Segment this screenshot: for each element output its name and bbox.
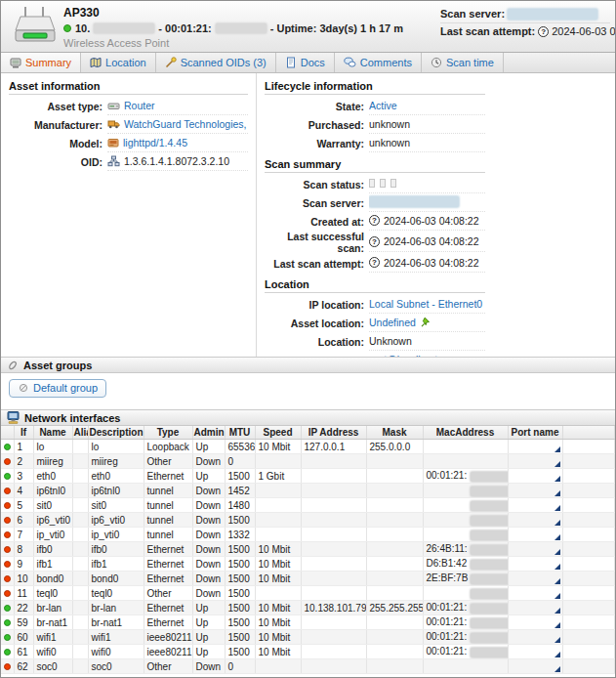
device-mac-prefix: - 00:01:21:	[158, 22, 211, 34]
column-header-admin[interactable]: Admin	[192, 426, 225, 440]
field-row-purchased: Purchased:unknown	[265, 115, 485, 134]
cell-mac-address: 2E:BF:7B	[423, 572, 508, 586]
field-value-text[interactable]: WatchGuard Technologies, Inc.	[124, 118, 248, 130]
asset-group-button-default-group[interactable]: Default group	[9, 379, 106, 398]
help-icon[interactable]	[369, 236, 380, 247]
field-value-text[interactable]: root@localhost	[369, 354, 437, 358]
cell-port-name	[508, 557, 562, 572]
column-header-speed[interactable]: Speed	[255, 426, 301, 440]
cell-mask	[366, 630, 423, 645]
cell-description: teql0	[88, 586, 144, 601]
corner-marker-icon[interactable]	[554, 476, 560, 482]
corner-marker-icon[interactable]	[554, 578, 560, 584]
cell-ip-address	[301, 542, 366, 557]
corner-marker-icon[interactable]	[554, 622, 560, 628]
cell-name: br-nat1	[33, 615, 72, 630]
corner-marker-icon[interactable]	[554, 666, 560, 672]
docs-icon	[285, 57, 297, 68]
cell-trailing	[562, 659, 615, 674]
field-value: Unknown	[369, 332, 485, 351]
cell-if: 4	[14, 484, 33, 498]
column-header-status[interactable]	[1, 426, 14, 440]
corner-marker-icon[interactable]	[554, 534, 560, 540]
tab-location[interactable]: Location	[81, 53, 156, 72]
tab-scan-time[interactable]: Scan time	[422, 53, 504, 72]
corner-marker-icon[interactable]	[554, 446, 560, 452]
cell-admin: Up	[192, 440, 225, 454]
cell-mask	[366, 572, 423, 586]
column-header-macaddress[interactable]: MacAddress	[423, 426, 508, 440]
status-down-icon	[4, 546, 11, 553]
corner-marker-icon[interactable]	[554, 593, 560, 599]
corner-marker-icon[interactable]	[554, 652, 560, 657]
corner-marker-icon[interactable]	[554, 608, 560, 614]
corner-marker-icon[interactable]	[554, 490, 560, 496]
cell-description: sit0	[88, 498, 144, 513]
network-interfaces-header: Network interfaces	[1, 409, 615, 426]
cell-name: ifb1	[33, 557, 72, 572]
corner-marker-icon[interactable]	[554, 520, 560, 526]
cell-ip-address: 127.0.0.1	[301, 440, 366, 454]
pin-icon[interactable]	[420, 317, 431, 328]
tab-summary[interactable]: Summary	[1, 53, 81, 72]
cell-status	[1, 440, 14, 454]
cell-if: 61	[14, 645, 33, 659]
field-value-text[interactable]: Local Subnet - Ethernet0	[369, 298, 482, 310]
asset-information-panel: Asset information Asset type:RouterManuf…	[1, 73, 257, 357]
cell-if: 11	[14, 586, 33, 601]
network-interfaces-title: Network interfaces	[24, 412, 120, 424]
field-value-text[interactable]: Active	[369, 100, 397, 111]
cell-trailing	[562, 528, 615, 542]
interface-row-miireg: 2miiregmiiregOtherDown0	[1, 454, 615, 469]
field-value-text[interactable]: Undefined	[369, 317, 416, 328]
column-header-type[interactable]: Type	[144, 426, 192, 440]
cell-speed: 10 Mbit	[255, 542, 301, 557]
cell-name: bond0	[33, 572, 72, 586]
column-header-description[interactable]: Description	[88, 426, 144, 440]
cell-speed: 10 Mbit	[255, 557, 301, 572]
column-header-mtu[interactable]: MTU	[225, 426, 255, 440]
last-scan-label: Last scan attempt:	[440, 25, 535, 37]
column-header-name[interactable]: Name	[33, 426, 72, 440]
cell-alias	[72, 542, 88, 557]
cell-ip-address	[301, 645, 366, 659]
column-header-mask[interactable]: Mask	[366, 426, 423, 440]
help-icon[interactable]	[369, 257, 380, 268]
cell-admin: Up	[192, 630, 225, 645]
field-value: 1.3.6.1.4.1.8072.3.2.10	[107, 152, 248, 171]
tab-scanned-oids-3[interactable]: Scanned OIDs (3)	[156, 53, 276, 72]
field-value-text[interactable]: lighttpd/1.4.45	[123, 137, 187, 148]
tab-docs[interactable]: Docs	[276, 53, 335, 72]
corner-marker-icon[interactable]	[554, 637, 560, 643]
cell-trailing	[562, 440, 615, 454]
help-icon[interactable]	[369, 215, 380, 226]
corner-marker-icon[interactable]	[554, 549, 560, 555]
corner-marker-icon[interactable]	[554, 564, 560, 570]
cell-name: soc0	[33, 659, 72, 674]
corner-marker-icon[interactable]	[554, 505, 560, 511]
column-header-ip-address[interactable]: IP Address	[301, 426, 366, 440]
corner-marker-icon[interactable]	[554, 461, 560, 467]
status-up-icon	[4, 605, 11, 612]
status-down-icon	[4, 502, 11, 509]
column-header-port-name[interactable]: Port name	[508, 426, 562, 440]
interface-row-ifb0: 8ifb0ifb0EthernetDown150010 Mbit26:4B:11…	[1, 542, 615, 557]
location-title: Location	[265, 275, 485, 293]
summary-columns: Asset information Asset type:RouterManuf…	[1, 73, 615, 357]
column-header-if[interactable]: If	[14, 426, 33, 440]
redacted-mac	[471, 560, 509, 570]
field-value-text[interactable]: Router	[124, 100, 155, 111]
device-title: AP330	[63, 6, 403, 20]
field-row-contact: Contact:root@localhost	[265, 351, 485, 357]
tab-comments[interactable]: Comments	[335, 53, 422, 72]
help-icon[interactable]	[538, 26, 549, 37]
field-value-text: unknown	[369, 137, 410, 148]
redacted-mac	[471, 487, 509, 496]
field-value	[369, 175, 485, 193]
cell-name: teql0	[33, 586, 72, 601]
cell-mtu: 1500	[225, 601, 255, 615]
cell-port-name	[508, 469, 562, 484]
cell-alias	[72, 484, 88, 498]
column-header-alias[interactable]: Alias	[72, 426, 88, 440]
tab-label: Location	[105, 57, 146, 68]
